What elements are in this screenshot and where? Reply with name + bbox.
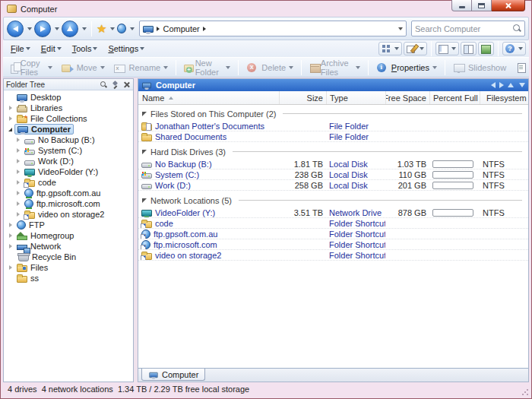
file-row-video-on-storage2[interactable]: video on storage2Folder Shortcut (138, 250, 528, 261)
tree-item-hit[interactable]: Network (14, 241, 63, 252)
places-button[interactable] (117, 24, 126, 33)
tree-item-file-collections[interactable]: File Collections (4, 113, 133, 124)
search-input[interactable] (415, 24, 513, 33)
tree-item-desktop[interactable]: Desktop (4, 92, 133, 103)
chevron-down-icon[interactable] (518, 47, 523, 50)
tree-item-ftp-microsoft-com[interactable]: ftp.microsoft.com (4, 198, 133, 209)
column-header-size[interactable]: Size (279, 91, 326, 104)
metadata-edit-button[interactable] (404, 42, 427, 55)
column-header-name[interactable]: Name (138, 91, 279, 104)
maximize-button[interactable] (472, 0, 492, 11)
forward-button[interactable] (34, 21, 51, 37)
copy-files-button[interactable]: Copy Files (6, 57, 56, 78)
tree-close-icon[interactable] (122, 81, 131, 89)
up-dropdown-icon[interactable] (82, 27, 87, 30)
tree-item-ftp-gpsoft-com-au[interactable]: ftp.gpsoft.com.au (4, 188, 133, 198)
file-row-shared-documents[interactable]: Shared DocumentsFile Folder (138, 131, 528, 142)
new-folder-button[interactable]: New Folder (180, 57, 234, 78)
file-row-ftp-gpsoft-com-au[interactable]: ftp.gpsoft.com.auFolder Shortcut (138, 229, 528, 239)
column-header-filesystem[interactable]: Filesystem (480, 91, 528, 104)
tree-item-hit[interactable]: VideoFolder (Y:) (22, 166, 100, 177)
breadcrumb[interactable]: Computer (139, 21, 407, 36)
viewer-pane-button[interactable] (478, 42, 494, 55)
rename-button[interactable]: Rename (110, 61, 173, 74)
tree-item-hit[interactable]: Homegroup (14, 230, 76, 241)
chevron-down-icon[interactable] (420, 47, 424, 50)
tree-item-hit[interactable]: ftp.gpsoft.com.au (22, 188, 103, 198)
tree-item-homegroup[interactable]: Homegroup (4, 230, 133, 241)
chevron-down-icon[interactable] (451, 47, 456, 50)
tree-pin-icon[interactable] (111, 81, 119, 89)
tree-item-hit[interactable]: video on storage2 (22, 209, 106, 220)
file-row-no-backup-b[interactable]: No Backup (B:)1.81 TBLocal Disk1.03 TBNT… (138, 159, 528, 169)
menu-item-settings[interactable]: Settings (103, 43, 149, 55)
places-dropdown-icon[interactable] (130, 27, 135, 30)
expander-icon[interactable] (6, 106, 14, 110)
minimize-button[interactable] (451, 0, 472, 11)
search-box[interactable] (411, 21, 525, 36)
favorites-dropdown-icon[interactable] (110, 27, 115, 30)
back-dropdown-icon[interactable] (27, 27, 32, 30)
dual-display-button[interactable] (461, 42, 477, 55)
properties-button[interactable]: Properties (372, 61, 441, 74)
tree-item-hit[interactable]: ftp.microsoft.com (22, 198, 103, 209)
back-button[interactable] (7, 21, 24, 37)
up-button[interactable] (62, 21, 78, 37)
expander-icon[interactable] (6, 223, 14, 227)
tree-item-video-on-storage2[interactable]: video on storage2 (4, 209, 133, 220)
expander-icon[interactable] (14, 212, 22, 217)
tree-search-icon[interactable] (100, 81, 108, 89)
file-display-header[interactable]: Computer (138, 79, 528, 91)
chevron-down-icon[interactable] (289, 66, 293, 69)
file-row-videofolder-y[interactable]: VideoFolder (Y:)3.51 TBNetwork Drive878 … (138, 207, 528, 218)
expander-icon[interactable] (14, 191, 22, 195)
expander-icon[interactable] (6, 116, 14, 121)
tree-item-hit[interactable]: code (22, 177, 59, 188)
titlebar[interactable]: Computer (3, 1, 529, 17)
expander-icon[interactable] (14, 169, 22, 174)
search-icon[interactable] (513, 24, 521, 33)
file-row-ftp-microsoft-com[interactable]: ftp.microsoft.comFolder Shortcut (138, 239, 528, 250)
expander-icon[interactable] (6, 128, 14, 131)
column-header-free-space[interactable]: Free Space (385, 91, 429, 104)
tree-item-system-c[interactable]: System (C:) (4, 145, 133, 156)
column-header-type[interactable]: Type (326, 91, 385, 104)
tree-item-ss[interactable]: ss (4, 273, 133, 283)
breadcrumb-dropdown-icon[interactable] (398, 27, 403, 30)
tree-item-files[interactable]: Files (4, 262, 133, 273)
panel-up-icon[interactable] (508, 83, 514, 87)
favorites-button[interactable]: ★ (97, 23, 106, 34)
delete-button[interactable]: Delete (242, 61, 297, 74)
menu-item-tools[interactable]: Tools (68, 43, 103, 55)
tree-item-computer[interactable]: Computer (4, 124, 133, 135)
expander-icon[interactable] (14, 159, 22, 163)
panel-forward-icon[interactable] (499, 82, 504, 88)
close-button[interactable] (492, 0, 525, 11)
expander-icon[interactable] (6, 233, 14, 238)
customize-toolbar-button[interactable] (511, 61, 531, 74)
tree-item-hit[interactable]: File Collections (14, 113, 90, 124)
archive-files-button[interactable]: Archive Files (306, 57, 364, 78)
column-header-percent-full[interactable]: Percent Full (429, 91, 480, 104)
move-button[interactable]: Move (58, 61, 109, 74)
breadcrumb-arrow-icon[interactable] (203, 27, 206, 31)
group-header-hard-disk-drives-3[interactable]: Hard Disk Drives (3) (138, 146, 528, 157)
tree-item-hit[interactable]: System (C:) (22, 145, 84, 156)
chevron-down-icon[interactable] (48, 66, 52, 69)
menu-item-edit[interactable]: Edit (36, 43, 66, 55)
tree-item-hit[interactable]: Files (14, 262, 50, 273)
help-button[interactable] (502, 42, 526, 55)
file-row-jonathan-potter-s-documents[interactable]: Jonathan Potter's DocumentsFile Folder (138, 121, 528, 131)
tree-item-hit[interactable]: Recycle Bin (14, 252, 78, 262)
group-header-files-stored-on-this-computer-2[interactable]: Files Stored on This Computer (2) (138, 108, 528, 119)
tree-item-code[interactable]: code (4, 177, 133, 188)
group-header-network-locations-5[interactable]: Network Locations (5) (138, 195, 528, 206)
tree-item-videofolder-y[interactable]: VideoFolder (Y:) (4, 166, 133, 177)
tree-item-recycle-bin[interactable]: Recycle Bin (4, 252, 133, 262)
tree-item-hit[interactable]: FTP (14, 220, 47, 230)
tree-item-hit[interactable]: Libraries (14, 103, 65, 113)
expander-icon[interactable] (14, 180, 22, 185)
chevron-down-icon[interactable] (163, 66, 168, 69)
tab-computer[interactable]: Computer (141, 369, 205, 381)
file-row-work-d[interactable]: Work (D:)258 GBLocal Disk201 GBNTFS (138, 180, 528, 191)
